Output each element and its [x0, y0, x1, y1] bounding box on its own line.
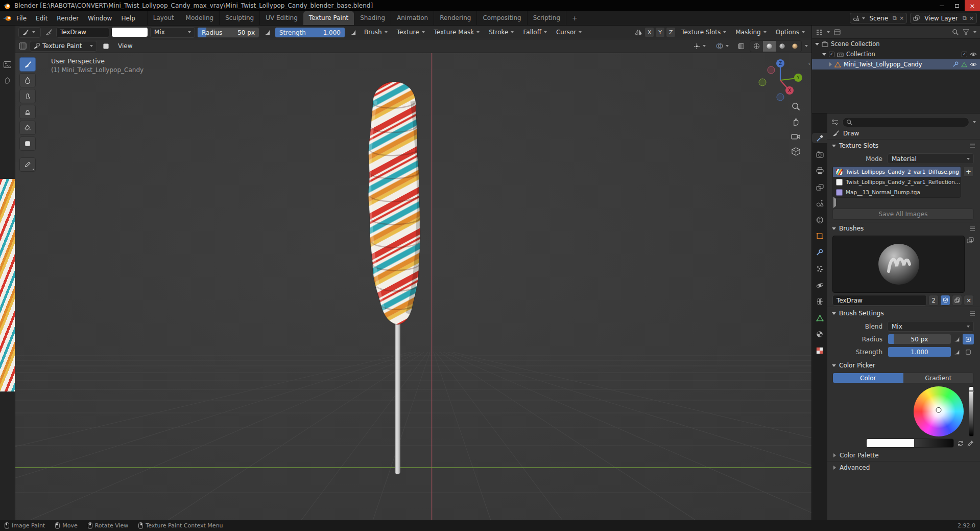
modifier-wrench-icon[interactable]: [952, 61, 959, 67]
lollipop-stick[interactable]: [395, 305, 400, 474]
add-workspace-button[interactable]: +: [566, 11, 583, 25]
properties-editor-icon[interactable]: [831, 119, 839, 125]
mask-tool-button[interactable]: [19, 136, 36, 151]
image-editor-strip[interactable]: [0, 26, 15, 520]
texture-slot-item[interactable]: Map__13_Normal_Bump.tga: [833, 187, 961, 197]
minimize-button[interactable]: [934, 0, 949, 11]
tab-material[interactable]: [812, 329, 827, 339]
strength-slider[interactable]: 1.000: [888, 347, 951, 357]
advanced-panel-header[interactable]: Advanced: [827, 461, 980, 473]
shading-rendered-button[interactable]: [788, 41, 801, 52]
browse-brush-icon[interactable]: [967, 237, 974, 244]
tab-object[interactable]: [812, 231, 827, 241]
outliner-row-scene-collection[interactable]: Scene Collection: [812, 39, 980, 49]
menu-render[interactable]: Render: [52, 11, 83, 25]
workspace-tab-uv-editing[interactable]: UV Editing: [259, 11, 303, 25]
gizmos-popover[interactable]: [690, 39, 709, 53]
workspace-tab-sculpting[interactable]: Sculpting: [219, 11, 259, 25]
workspace-tab-compositing[interactable]: Compositing: [476, 11, 527, 25]
brush-selector[interactable]: [18, 27, 41, 38]
camera-view-icon[interactable]: [791, 133, 800, 141]
gradient-tab[interactable]: Gradient: [903, 373, 974, 383]
editor-type-icon[interactable]: [19, 42, 27, 50]
orthographic-grid-icon[interactable]: [792, 147, 800, 156]
texture-mask-popover[interactable]: Texture Mask: [431, 26, 484, 39]
brush-datablock-icon[interactable]: [43, 27, 54, 38]
fake-user-toggle[interactable]: [940, 295, 950, 306]
unlink-scene-icon[interactable]: ×: [899, 15, 904, 21]
outliner-row-object[interactable]: Mini_Twist_Lollypop_Candy: [812, 59, 980, 70]
annotate-tool-button[interactable]: [19, 157, 36, 172]
workspace-tab-shading[interactable]: Shading: [354, 11, 391, 25]
shading-wireframe-button[interactable]: [750, 41, 763, 52]
menu-window[interactable]: Window: [83, 11, 116, 25]
gizmo-minus-z-axis[interactable]: [777, 94, 784, 101]
radius-pressure-icon[interactable]: [261, 27, 273, 38]
menu-help[interactable]: Help: [116, 11, 139, 25]
eye-icon[interactable]: [970, 52, 977, 57]
smear-tool-button[interactable]: [19, 89, 36, 103]
tab-world[interactable]: [812, 215, 827, 225]
filter-icon[interactable]: [963, 29, 969, 35]
workspace-tab-rendering[interactable]: Rendering: [434, 11, 476, 25]
tab-texture[interactable]: [812, 345, 827, 356]
swap-colors-icon[interactable]: [957, 440, 964, 447]
brush-users-count[interactable]: 2: [928, 295, 939, 306]
strength-slider[interactable]: Strength 1.000: [275, 27, 345, 38]
workspace-tab-scripting[interactable]: Scripting: [527, 11, 566, 25]
chevron-down-icon[interactable]: [973, 31, 976, 33]
falloff-popover[interactable]: Falloff: [519, 26, 550, 39]
expand-icon[interactable]: [829, 62, 832, 66]
radius-pressure-icon[interactable]: [951, 334, 963, 344]
color-field[interactable]: [866, 438, 954, 448]
soften-tool-button[interactable]: [19, 73, 36, 87]
scene-selector[interactable]: Scene ⧉ ×: [850, 13, 907, 24]
expand-icon[interactable]: [822, 53, 826, 56]
collection-checkbox[interactable]: ✓: [829, 52, 834, 57]
display-mode-icon[interactable]: [834, 29, 841, 35]
tab-modifiers[interactable]: [812, 247, 827, 258]
blend-mode-dropdown[interactable]: Mix: [150, 27, 195, 38]
xray-toggle[interactable]: [735, 41, 747, 52]
tab-physics[interactable]: [812, 280, 827, 290]
brushes-panel-header[interactable]: Brushes: [827, 222, 980, 235]
texture-slot-item[interactable]: Twist_Lollipops_Candy_2_var1_Reflection.…: [833, 177, 961, 187]
new-scene-icon[interactable]: ⧉: [893, 15, 897, 21]
viewport-3d[interactable]: User Perspective (1) Mini_Twist_Lollypop…: [15, 53, 811, 520]
texture-slots-popover[interactable]: Texture Slots: [678, 26, 730, 39]
uv-map-expand-icon[interactable]: [833, 197, 836, 208]
pan-hand-icon[interactable]: [792, 118, 800, 126]
menu-edit[interactable]: Edit: [31, 11, 52, 25]
mirror-x-toggle[interactable]: X: [644, 27, 654, 37]
color-wheel-cursor[interactable]: [937, 408, 941, 412]
tab-view-layer[interactable]: [812, 182, 827, 192]
color-palette-panel-header[interactable]: Color Palette: [827, 449, 980, 461]
mode-dropdown[interactable]: Texture Paint: [30, 41, 97, 52]
eyedropper-icon[interactable]: [967, 440, 974, 447]
remove-view-layer-icon[interactable]: ×: [969, 15, 974, 21]
tab-tool[interactable]: [812, 133, 827, 143]
primary-color-swatch[interactable]: [867, 439, 914, 447]
workspace-tab-animation[interactable]: Animation: [391, 11, 434, 25]
expand-icon[interactable]: [815, 43, 819, 45]
fill-tool-button[interactable]: [19, 121, 36, 135]
masking-popover[interactable]: Masking: [732, 26, 770, 39]
blend-dropdown[interactable]: Mix: [888, 321, 974, 332]
mesh-data-icon[interactable]: [961, 62, 967, 67]
panel-options-icon[interactable]: [969, 144, 975, 148]
color-picker-panel-header[interactable]: Color Picker: [827, 359, 980, 372]
strength-pressure-icon[interactable]: [951, 347, 963, 357]
texture-slot-mode-dropdown[interactable]: Material: [888, 153, 974, 164]
view-layer-selector[interactable]: View Layer ⧉ ×: [910, 13, 977, 24]
eye-icon[interactable]: [970, 62, 977, 67]
unlink-brush-button[interactable]: ×: [964, 295, 974, 306]
texture-popover[interactable]: Texture: [393, 26, 428, 39]
radius-unit-toggle[interactable]: [963, 334, 974, 344]
sidebar-collapse-arrow-icon[interactable]: ‹: [808, 60, 810, 67]
shading-material-button[interactable]: [776, 41, 788, 52]
properties-search-input[interactable]: [842, 117, 969, 127]
tab-particles[interactable]: [812, 264, 827, 274]
add-texture-slot-button[interactable]: +: [963, 166, 974, 177]
outliner-row-collection[interactable]: ✓ Collection ✓: [812, 49, 980, 59]
brush-popover[interactable]: Brush: [361, 26, 391, 39]
